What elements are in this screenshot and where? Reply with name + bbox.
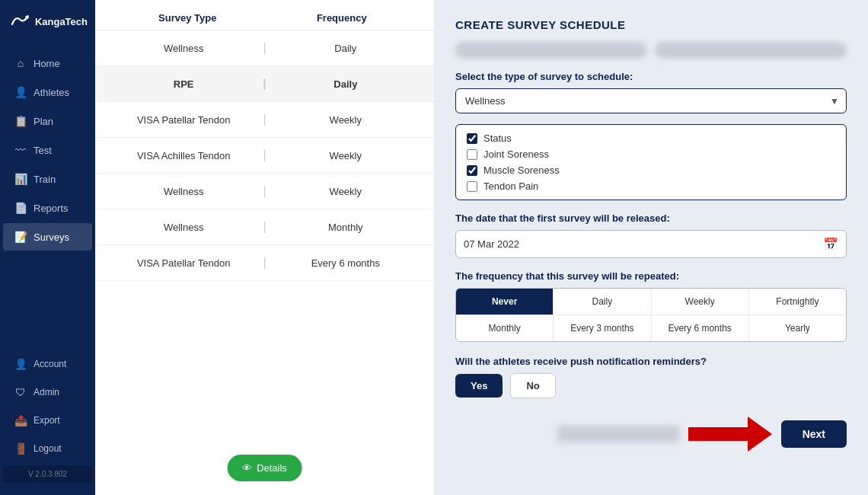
checkbox-muscle-input[interactable] [467, 165, 477, 176]
cell-type: VISA Patellar Tendon [110, 114, 257, 126]
athletes-icon: 👤 [14, 86, 27, 98]
checkbox-joint-input[interactable] [467, 149, 477, 160]
checkbox-status[interactable]: Status [467, 133, 835, 144]
cell-frequency: Daily [273, 43, 419, 54]
survey-type-select[interactable]: Wellness RPE VISA Patellar Tendon VISA A… [455, 88, 847, 113]
notification-label: Will the athletes receive push notificat… [455, 356, 847, 367]
cell-frequency: Weekly [273, 150, 419, 161]
calendar-icon[interactable]: 📅 [823, 237, 838, 251]
cell-type: RPE [110, 78, 257, 90]
table-row[interactable]: Wellness | Weekly [95, 174, 434, 209]
checkbox-muscle-soreness[interactable]: Muscle Soreness [467, 164, 835, 176]
sidebar-item-plan[interactable]: 📋 Plan [3, 107, 92, 135]
freq-every6months[interactable]: Every 6 months [652, 315, 749, 341]
table-row[interactable]: RPE | Daily [95, 66, 434, 102]
yes-button[interactable]: Yes [455, 374, 503, 398]
red-arrow-icon [688, 417, 772, 452]
bottom-actions: Next [455, 417, 847, 452]
checkbox-status-label: Status [483, 133, 512, 144]
sidebar-label-plan: Plan [34, 116, 53, 127]
sidebar-label-reports: Reports [34, 203, 69, 214]
freq-yearly[interactable]: Yearly [749, 315, 846, 341]
frequency-row-2: Monthly Every 3 months Every 6 months Ye… [456, 315, 846, 341]
checkbox-tendon-label: Tendon Pain [483, 180, 538, 192]
date-input-wrapper: 📅 [455, 230, 847, 258]
table-row[interactable]: VISA Patellar Tendon | Weekly [95, 102, 434, 138]
sidebar-label-train: Train [34, 174, 56, 185]
nav-menu: ⌂ Home 👤 Athletes 📋 Plan 〰 Test 📊 Train … [0, 43, 95, 350]
sidebar-label-account: Account [34, 359, 66, 369]
train-icon: 📊 [14, 173, 27, 185]
table-row[interactable]: Wellness | Monthly [95, 209, 434, 245]
cell-type: Wellness [110, 186, 257, 197]
export-icon: 📤 [14, 414, 27, 426]
main-content: Survey Type Frequency Wellness | Daily R… [95, 0, 868, 495]
freq-fortnightly[interactable]: Fortnightly [749, 289, 846, 315]
sidebar-bottom: 👤 Account 🛡 Admin 📤 Export 🚪 Logout V 2.… [0, 350, 95, 495]
account-icon: 👤 [14, 358, 27, 370]
cell-type: VISA Patellar Tendon [110, 257, 257, 269]
sidebar-item-export[interactable]: 📤 Export [3, 407, 92, 434]
table-row[interactable]: Wellness | Daily [95, 30, 434, 66]
sidebar-item-logout[interactable]: 🚪 Logout [3, 435, 92, 462]
select-type-label: Select the type of survey to schedule: [455, 71, 847, 82]
sidebar-label-athletes: Athletes [34, 87, 69, 98]
create-schedule-panel: CREATE SURVEY SCHEDULE Select the type o… [434, 0, 868, 495]
freq-daily[interactable]: Daily [554, 289, 651, 315]
blurred-header [455, 42, 847, 59]
sidebar: KangaTech ⌂ Home 👤 Athletes 📋 Plan 〰 Tes… [0, 0, 95, 495]
cell-frequency: Weekly [273, 114, 419, 126]
frequency-grid: Never Daily Weekly Fortnightly Monthly E… [455, 288, 847, 342]
checkbox-status-input[interactable] [467, 133, 477, 144]
sidebar-item-reports[interactable]: 📄 Reports [3, 194, 92, 222]
details-label: Details [257, 462, 287, 474]
freq-monthly[interactable]: Monthly [456, 315, 554, 341]
freq-never[interactable]: Never [456, 289, 554, 315]
no-button[interactable]: No [510, 373, 555, 398]
col-header-type: Survey Type [110, 12, 265, 24]
reports-icon: 📄 [14, 202, 27, 214]
survey-type-dropdown-wrapper: Wellness RPE VISA Patellar Tendon VISA A… [455, 88, 847, 113]
sidebar-item-train[interactable]: 📊 Train [3, 165, 92, 193]
plan-icon: 📋 [14, 115, 27, 127]
frequency-label: The frequency that this survey will be r… [455, 270, 847, 282]
sidebar-label-test: Test [34, 145, 52, 156]
details-button[interactable]: 👁 Details [227, 455, 302, 481]
table-row[interactable]: VISA Achilles Tendon | Weekly [95, 138, 434, 174]
date-input[interactable] [464, 238, 823, 250]
surveys-icon: 📝 [14, 231, 27, 243]
blurred-bottom-content [557, 426, 679, 442]
details-icon: 👁 [242, 462, 252, 474]
sidebar-item-surveys[interactable]: 📝 Surveys [3, 223, 92, 251]
sidebar-item-account[interactable]: 👤 Account [3, 350, 92, 378]
cell-frequency: Every 6 months [273, 257, 419, 269]
sidebar-item-test[interactable]: 〰 Test [3, 136, 92, 164]
frequency-row-1: Never Daily Weekly Fortnightly [456, 289, 846, 315]
freq-every3months[interactable]: Every 3 months [554, 315, 651, 341]
sidebar-item-athletes[interactable]: 👤 Athletes [3, 78, 92, 106]
checkbox-tendon-input[interactable] [467, 181, 477, 192]
table-row[interactable]: VISA Patellar Tendon | Every 6 months [95, 245, 434, 281]
notification-buttons: Yes No [455, 373, 847, 398]
sidebar-label-admin: Admin [34, 387, 59, 398]
test-icon: 〰 [14, 144, 27, 156]
app-name: KangaTech [35, 16, 88, 27]
logout-icon: 🚪 [14, 442, 27, 455]
sidebar-item-home[interactable]: ⌂ Home [3, 50, 92, 77]
svg-marker-1 [688, 417, 772, 452]
next-button[interactable]: Next [781, 420, 847, 448]
checkbox-joint-soreness[interactable]: Joint Soreness [467, 148, 835, 160]
checkbox-group: Status Joint Soreness Muscle Soreness Te… [455, 124, 847, 200]
checkbox-joint-label: Joint Soreness [483, 148, 549, 160]
cell-type: Wellness [110, 43, 257, 54]
logo: KangaTech [0, 0, 95, 43]
sidebar-item-admin[interactable]: 🛡 Admin [3, 378, 92, 406]
table-header: Survey Type Frequency [95, 0, 434, 30]
admin-icon: 🛡 [14, 386, 27, 398]
table-body: Wellness | Daily RPE | Daily VISA Patell… [95, 30, 434, 495]
checkbox-tendon-pain[interactable]: Tendon Pain [467, 180, 835, 192]
checkbox-muscle-label: Muscle Soreness [483, 164, 560, 176]
arrow-graphic [688, 417, 772, 452]
col-header-frequency: Frequency [265, 12, 420, 24]
freq-weekly[interactable]: Weekly [652, 289, 749, 315]
